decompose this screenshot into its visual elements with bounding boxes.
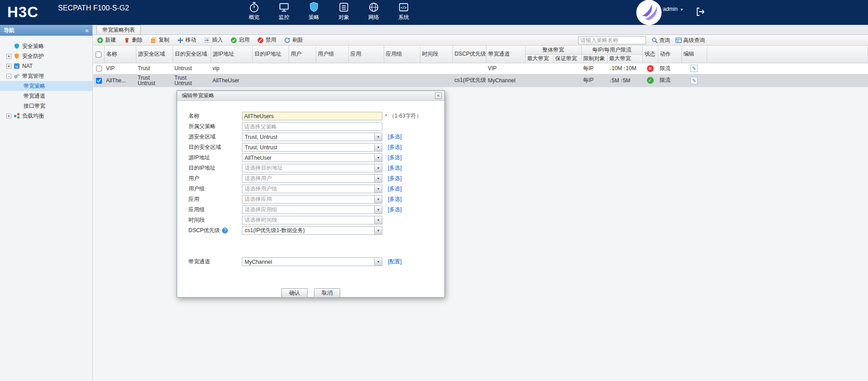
cell-user-group (316, 63, 348, 74)
chevron-down-icon[interactable]: ▼ (374, 133, 382, 141)
new-plus-icon (97, 37, 103, 43)
sidebar-item-security-policy[interactable]: 安全策略 (0, 41, 92, 51)
bandwidth-channel-select[interactable]: MyChannel▼ (242, 257, 382, 266)
user-menu[interactable]: admin ▼ (663, 6, 684, 12)
multi-select-link[interactable]: [多选] (388, 164, 402, 172)
collapse-minus-icon[interactable]: - (6, 74, 11, 79)
user-group-select[interactable]: 请选择用户组▼ (242, 185, 382, 193)
policy-search-input[interactable] (578, 36, 646, 44)
nav-item-overview[interactable]: 概览 (240, 1, 268, 21)
dst-ip-select[interactable]: 请选择目的地址▼ (242, 164, 382, 172)
confirm-button[interactable]: 确认 (281, 288, 308, 298)
sidebar-item-bandwidth-policy[interactable]: 带宽策略 (0, 81, 92, 91)
sidebar-collapse-icon[interactable]: « (85, 27, 89, 33)
upload-arrow-icon: ↑ (620, 77, 623, 84)
app-select[interactable]: 请选择应用▼ (242, 195, 382, 204)
multi-select-link[interactable]: [多选] (388, 175, 402, 182)
copy-button[interactable]: 复制 (150, 36, 169, 44)
select-all-checkbox[interactable] (96, 52, 101, 57)
edit-pencil-icon[interactable]: ✎ (690, 77, 698, 84)
row-checkbox[interactable] (96, 66, 102, 71)
sidebar-item-label: NAT (22, 63, 33, 69)
refresh-icon (284, 37, 290, 43)
sidebar-item-bandwidth-channel[interactable]: 带宽通道 (0, 91, 92, 101)
dst-zone-select[interactable]: Trust, Untrust▼ (242, 143, 382, 152)
move-button[interactable]: 移动 (177, 36, 196, 44)
system-icon: </> (398, 1, 410, 13)
dialog-title-bar: 编辑带宽策略 × (177, 91, 444, 101)
configure-link[interactable]: [配置] (388, 258, 402, 266)
chevron-down-icon[interactable]: ▼ (374, 195, 382, 203)
logout-icon[interactable] (695, 6, 706, 17)
enable-label: 启用 (239, 36, 250, 44)
multi-select-link[interactable]: [多选] (388, 133, 402, 141)
nav-item-system[interactable]: </> 系统 (390, 1, 418, 21)
app-root: H3C SECPATH F100-S-G2 概览 监控 策略 (0, 0, 868, 381)
sidebar-item-nat[interactable]: + N NAT (0, 61, 92, 71)
chevron-down-icon[interactable]: ▼ (374, 143, 382, 151)
nav-item-network[interactable]: 网络 (360, 1, 388, 21)
chevron-down-icon[interactable]: ▼ (374, 185, 382, 193)
refresh-button[interactable]: 刷新 (284, 36, 303, 44)
chevron-down-icon[interactable]: ▼ (374, 258, 382, 266)
multi-select-link[interactable]: [多选] (388, 195, 402, 203)
src-ip-select[interactable]: AllTheUser▼ (242, 153, 382, 162)
nav-item-policy[interactable]: 策略 (300, 1, 328, 21)
name-input[interactable] (242, 112, 382, 120)
advanced-query-button[interactable]: 高级查询 (675, 37, 705, 44)
move-arrows-icon (177, 37, 183, 43)
chevron-down-icon[interactable]: ▼ (374, 206, 382, 214)
dialog-actions: 确认 取消 (177, 288, 444, 298)
multi-select-link[interactable]: [多选] (388, 143, 402, 151)
sidebar-item-label: 接口带宽 (24, 102, 45, 110)
nav-label-objects: 对象 (338, 14, 349, 21)
table-row-vip[interactable]: VIP Trust Untrust vip VIP 每IP ↓10M↑10M (93, 63, 868, 74)
col-src-zone: 源安全区域 (136, 46, 173, 63)
expand-plus-icon[interactable]: + (6, 114, 11, 119)
app-group-select[interactable]: 请选择应用组▼ (242, 205, 382, 214)
multi-select-link[interactable]: [多选] (388, 185, 402, 193)
help-icon[interactable]: ? (222, 228, 228, 233)
delete-button[interactable]: 删除 (124, 36, 143, 44)
chevron-down-icon[interactable]: ▼ (374, 175, 382, 182)
sidebar-item-interface-bandwidth[interactable]: 接口带宽 (0, 101, 92, 111)
time-range-select[interactable]: 请选择时间段▼ (242, 216, 382, 224)
cell-dst-ip (252, 63, 289, 74)
parent-policy-input[interactable] (242, 122, 382, 131)
enable-button[interactable]: 启用 (231, 36, 250, 44)
cancel-button[interactable]: 取消 (314, 288, 340, 298)
insert-button[interactable]: 插入 (204, 36, 223, 44)
sidebar-item-bandwidth-mgmt[interactable]: - 带宽管理 (0, 71, 92, 81)
chevron-down-icon[interactable]: ▼ (374, 164, 382, 172)
field-dscp: DSCP优先级? cs1(IP优先级1-数据业务)▼ (177, 225, 444, 236)
multi-select-link[interactable]: [多选] (388, 206, 402, 214)
new-button[interactable]: 新建 (97, 36, 116, 44)
tab-bandwidth-policy-list[interactable]: 带宽策略列表 (96, 25, 141, 34)
edit-pencil-icon[interactable]: ✎ (690, 65, 698, 72)
multi-select-link[interactable]: [多选] (388, 154, 402, 162)
sidebar-item-load-balance[interactable]: + 负载均衡 (0, 111, 92, 121)
cell-channel: VIP (486, 63, 525, 74)
row-checkbox[interactable] (96, 78, 102, 84)
refresh-label: 刷新 (292, 36, 303, 44)
sidebar-item-security-defense[interactable]: + 安全防护 (0, 51, 92, 61)
user-select[interactable]: 请选择用户▼ (242, 174, 382, 183)
query-button[interactable]: 查询 (651, 37, 670, 44)
expand-plus-icon[interactable]: + (6, 64, 11, 69)
table-row-alltheusers[interactable]: AllThe... Trust Untrust Trust Untrust Al… (93, 74, 868, 87)
nav-item-monitor[interactable]: 监控 (270, 1, 298, 21)
nav-item-objects[interactable]: 对象 (330, 1, 358, 21)
chevron-down-icon[interactable]: ▼ (374, 154, 382, 162)
insert-icon (204, 37, 210, 43)
field-label: 用户 (188, 175, 242, 182)
nav-label-policy: 策略 (309, 14, 319, 21)
disable-button[interactable]: 禁用 (257, 36, 276, 44)
src-zone-select[interactable]: Trust, Untrust▼ (242, 133, 382, 141)
expand-plus-icon[interactable]: + (6, 54, 11, 59)
field-src-zone: 源安全区域 Trust, Untrust▼ [多选] (177, 132, 444, 142)
chevron-down-icon[interactable]: ▼ (374, 216, 382, 224)
cell-per-ip-max: ↓10M↑10M (607, 63, 642, 74)
chevron-down-icon[interactable]: ▼ (374, 227, 382, 234)
dscp-select[interactable]: cs1(IP优先级1-数据业务)▼ (242, 226, 382, 235)
close-icon[interactable]: × (435, 92, 442, 99)
